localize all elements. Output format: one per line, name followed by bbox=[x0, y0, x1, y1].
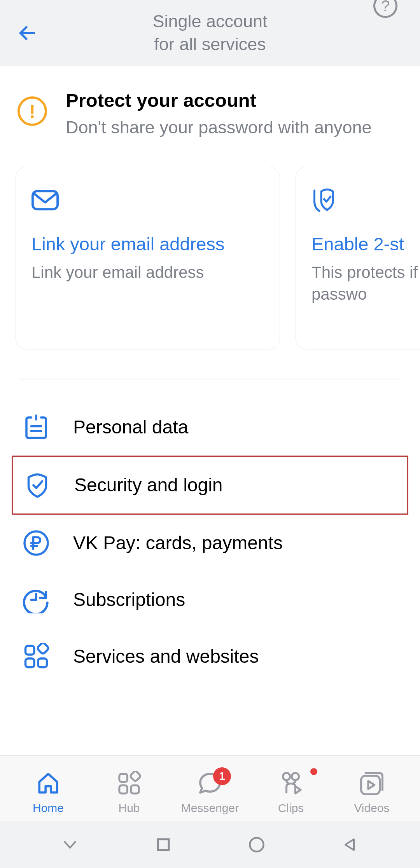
svg-rect-7 bbox=[26, 658, 35, 667]
svg-point-13 bbox=[283, 773, 290, 780]
svg-point-14 bbox=[292, 773, 299, 780]
svg-rect-12 bbox=[130, 771, 141, 782]
question-icon: ? bbox=[381, 0, 390, 15]
protect-banner: ! Protect your account Don't share your … bbox=[0, 66, 420, 155]
back-button[interactable] bbox=[16, 21, 39, 45]
badge: 1 bbox=[213, 767, 231, 785]
protect-title: Protect your account bbox=[66, 89, 372, 111]
svg-rect-9 bbox=[119, 774, 128, 782]
menu-label: Services and websites bbox=[73, 646, 259, 667]
menu-subscriptions[interactable]: Subscriptions bbox=[12, 571, 408, 628]
protect-subtitle: Don't share your password with anyone bbox=[66, 116, 372, 140]
settings-menu: Personal data Security and login VK Pay:… bbox=[0, 399, 420, 685]
nav-hub[interactable]: Hub bbox=[89, 770, 170, 815]
menu-label: Subscriptions bbox=[73, 589, 185, 610]
menu-personal-data[interactable]: Personal data bbox=[12, 399, 408, 456]
svg-rect-1 bbox=[33, 191, 58, 209]
svg-rect-10 bbox=[131, 785, 139, 793]
svg-rect-16 bbox=[158, 839, 169, 850]
page-title-line2: for all services bbox=[152, 33, 267, 56]
personal-data-icon bbox=[23, 414, 50, 441]
nav-label: Home bbox=[33, 802, 64, 815]
nav-label: Videos bbox=[354, 802, 389, 815]
sys-home[interactable] bbox=[247, 835, 266, 854]
menu-services[interactable]: Services and websites bbox=[12, 628, 408, 685]
menu-security-login[interactable]: Security and login bbox=[12, 456, 408, 515]
divider bbox=[19, 379, 401, 379]
notification-dot bbox=[310, 768, 317, 775]
envelope-icon bbox=[32, 187, 59, 214]
apps-icon bbox=[23, 643, 50, 670]
shield-icon bbox=[24, 472, 51, 499]
arrow-left-icon bbox=[17, 23, 37, 43]
sys-back[interactable] bbox=[340, 835, 360, 854]
bottom-navigation: Home Hub 1 Messenger bbox=[0, 755, 420, 821]
svg-point-17 bbox=[250, 838, 263, 851]
sys-recent[interactable] bbox=[60, 835, 80, 854]
nav-home[interactable]: Home bbox=[8, 770, 89, 815]
hub-icon bbox=[116, 770, 142, 797]
svg-rect-15 bbox=[361, 775, 380, 794]
nav-label: Hub bbox=[118, 802, 140, 815]
help-button[interactable]: ? bbox=[373, 0, 397, 18]
warning-icon: ! bbox=[18, 96, 47, 126]
cards-scroller[interactable]: Link your email address Link your email … bbox=[0, 155, 420, 369]
clock-refresh-icon bbox=[23, 586, 50, 613]
card-subtitle: This protects if someone g your passwo bbox=[312, 262, 420, 306]
svg-rect-5 bbox=[26, 646, 35, 655]
svg-rect-6 bbox=[38, 658, 47, 667]
header: Single account for all services ? bbox=[0, 0, 420, 66]
clips-icon bbox=[278, 770, 304, 797]
menu-label: Personal data bbox=[73, 416, 188, 438]
card-title: Link your email address bbox=[32, 233, 264, 255]
nav-label: Messenger bbox=[181, 802, 239, 815]
nav-label: Clips bbox=[278, 802, 304, 815]
menu-label: VK Pay: cards, payments bbox=[73, 532, 283, 554]
page-title: Single account for all services bbox=[152, 10, 267, 56]
nav-clips[interactable]: Clips bbox=[250, 770, 331, 815]
svg-rect-8 bbox=[37, 643, 49, 655]
shield-check-icon bbox=[312, 187, 339, 214]
nav-videos[interactable]: Videos bbox=[331, 770, 412, 815]
home-icon bbox=[35, 770, 61, 797]
nav-messenger[interactable]: 1 Messenger bbox=[170, 770, 250, 815]
menu-label: Security and login bbox=[74, 474, 223, 496]
menu-vk-pay[interactable]: VK Pay: cards, payments bbox=[12, 515, 408, 571]
sys-overview[interactable] bbox=[154, 835, 173, 854]
ruble-icon bbox=[23, 529, 50, 557]
card-title: Enable 2-st bbox=[312, 233, 420, 255]
card-subtitle: Link your email address bbox=[32, 262, 264, 284]
page-title-line1: Single account bbox=[152, 10, 267, 33]
card-2fa[interactable]: Enable 2-st This protects if someone g y… bbox=[296, 167, 420, 349]
card-link-email[interactable]: Link your email address Link your email … bbox=[16, 167, 280, 349]
videos-icon bbox=[359, 770, 385, 797]
svg-rect-11 bbox=[119, 785, 128, 793]
system-navigation bbox=[0, 821, 420, 868]
svg-marker-18 bbox=[345, 839, 354, 850]
